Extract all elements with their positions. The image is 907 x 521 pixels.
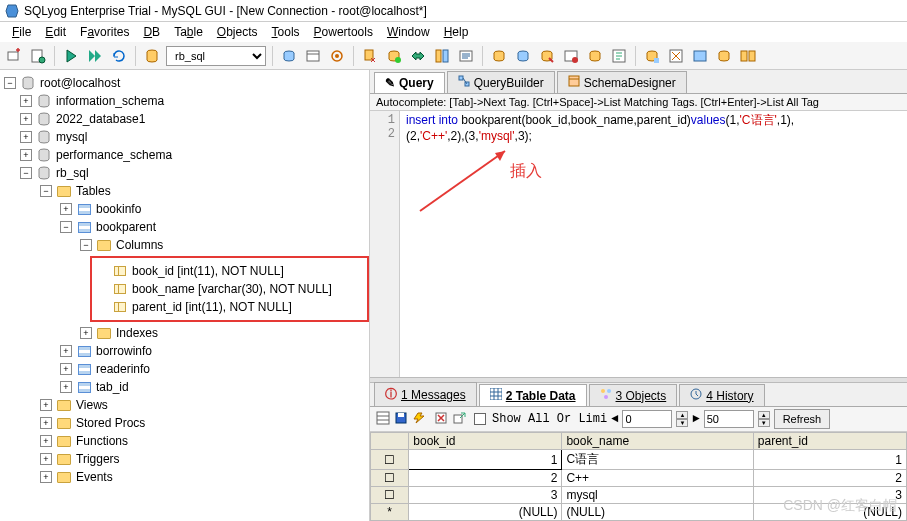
database-selector[interactable]: rb_sql [166,46,266,66]
expand-icon[interactable]: + [40,417,52,429]
refresh-button[interactable]: Refresh [774,409,831,429]
tree-table[interactable]: +borrowinfo [0,342,369,360]
menu-powertools[interactable]: Powertools [308,23,379,41]
new-connection-icon[interactable] [4,46,24,66]
tab-querybuilder[interactable]: QueryBuilder [447,71,555,93]
tree-tables-folder[interactable]: −Tables [0,182,369,200]
menu-help[interactable]: Help [438,23,475,41]
tab-objects[interactable]: 3 Objects [589,384,678,406]
table-row[interactable]: ☐1C语言1 [371,450,907,470]
menu-window[interactable]: Window [381,23,436,41]
tree-indexes-folder[interactable]: +Indexes [0,324,369,342]
showall-checkbox[interactable] [474,413,486,425]
tree-db[interactable]: +mysql [0,128,369,146]
tree-db[interactable]: +2022_database1 [0,110,369,128]
tab-history[interactable]: 4 History [679,384,764,406]
expand-icon[interactable]: + [40,453,52,465]
expand-icon[interactable]: + [20,113,32,125]
expand-icon[interactable]: + [40,471,52,483]
table-row[interactable]: ☐3mysql3 [371,487,907,504]
tool-icon-17[interactable] [690,46,710,66]
collapse-icon[interactable]: − [80,239,92,251]
tab-query[interactable]: ✎Query [374,72,445,93]
tab-schemadesigner[interactable]: SchemaDesigner [557,71,687,93]
refresh-icon[interactable] [109,46,129,66]
tool-icon-14[interactable] [609,46,629,66]
tool-icon-10[interactable] [513,46,533,66]
tree-column[interactable]: book_name [varchar(30), NOT NULL] [92,280,359,298]
tool-icon-4[interactable] [360,46,380,66]
menu-objects[interactable]: Objects [211,23,264,41]
tool-icon-9[interactable] [489,46,509,66]
collapse-icon[interactable]: − [20,167,32,179]
limit-to-input[interactable] [704,410,754,428]
expand-icon[interactable]: + [60,345,72,357]
object-browser[interactable]: − root@localhost +information_schema +20… [0,70,370,521]
execute-all-icon[interactable] [85,46,105,66]
result-grid[interactable]: book_id book_name parent_id ☐1C语言1 ☐2C++… [370,432,907,521]
tree-folder[interactable]: +Stored Procs [0,414,369,432]
expand-icon[interactable]: + [60,381,72,393]
tool-icon-12[interactable] [561,46,581,66]
col-header[interactable]: parent_id [753,433,906,450]
tree-table-bookparent[interactable]: −bookparent [0,218,369,236]
tool-icon-5[interactable] [384,46,404,66]
tool-icon-7[interactable] [432,46,452,66]
tool-icon-18[interactable] [714,46,734,66]
tree-columns-folder[interactable]: −Columns [0,236,369,254]
menu-db[interactable]: DB [137,23,166,41]
menu-favorites[interactable]: Favorites [74,23,135,41]
menu-table[interactable]: Table [168,23,209,41]
spin-to[interactable]: ▲▼ [758,411,770,427]
tree-folder[interactable]: +Triggers [0,450,369,468]
tree-table[interactable]: +bookinfo [0,200,369,218]
execute-icon[interactable] [61,46,81,66]
tree-table[interactable]: +tab_id [0,378,369,396]
tool-icon-2[interactable] [303,46,323,66]
expand-icon[interactable]: + [20,95,32,107]
delete-row-icon[interactable] [434,411,448,428]
col-header[interactable]: book_id [409,433,562,450]
tool-icon-11[interactable] [537,46,557,66]
expand-icon[interactable]: + [40,435,52,447]
save-icon[interactable] [394,411,408,428]
grid-view-icon[interactable] [376,411,390,428]
new-query-icon[interactable] [28,46,48,66]
tool-icon-13[interactable] [585,46,605,66]
tree-folder[interactable]: +Functions [0,432,369,450]
expand-icon[interactable]: + [40,399,52,411]
tool-icon-3[interactable] [327,46,347,66]
tree-folder[interactable]: +Events [0,468,369,486]
limit-from-input[interactable] [622,410,672,428]
tree-folder[interactable]: +Views [0,396,369,414]
collapse-icon[interactable]: − [40,185,52,197]
db-icon[interactable] [142,46,162,66]
expand-icon[interactable]: + [80,327,92,339]
collapse-icon[interactable]: − [4,77,16,89]
tree-table[interactable]: +readerinfo [0,360,369,378]
tool-icon-6[interactable] [408,46,428,66]
tool-icon-16[interactable] [666,46,686,66]
tool-icon-8[interactable] [456,46,476,66]
sql-editor[interactable]: 12 insert into bookparent(book_id,book_n… [370,111,907,377]
tree-column[interactable]: book_id [int(11), NOT NULL] [92,262,359,280]
menu-edit[interactable]: Edit [39,23,72,41]
tree-db[interactable]: +performance_schema [0,146,369,164]
tool-icon-1[interactable] [279,46,299,66]
col-header[interactable]: book_name [562,433,753,450]
table-row-new[interactable]: *(NULL)(NULL)(NULL) [371,504,907,521]
tree-db[interactable]: +information_schema [0,92,369,110]
expand-icon[interactable]: + [60,203,72,215]
expand-icon[interactable]: + [60,363,72,375]
tool-icon-19[interactable] [738,46,758,66]
expand-icon[interactable]: + [20,149,32,161]
table-row[interactable]: ☐2C++2 [371,470,907,487]
expand-icon[interactable]: + [20,131,32,143]
tab-messages[interactable]: ⓘ1 Messages [374,382,477,406]
spin-from[interactable]: ▲▼ [676,411,688,427]
collapse-icon[interactable]: − [60,221,72,233]
tree-db-current[interactable]: −rb_sql [0,164,369,182]
tab-tabledata[interactable]: 2 Table Data [479,384,587,406]
tool-icon-15[interactable] [642,46,662,66]
cancel-icon[interactable] [412,411,426,428]
